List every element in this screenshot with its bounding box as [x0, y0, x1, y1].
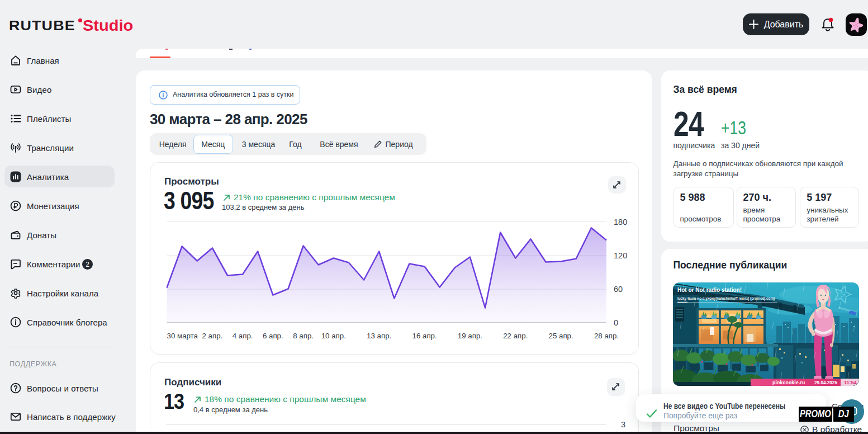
svg-text:25 апр.: 25 апр. — [549, 332, 573, 340]
svg-text:lucky-laura-но я ухожу(kalashn: lucky-laura-но я ухожу(kalashnikoff remi… — [677, 296, 775, 301]
svg-text:Hot or Not radio station!: Hot or Not radio station! — [677, 287, 742, 293]
svg-text:120: 120 — [614, 251, 627, 260]
svg-text:22 апр.: 22 апр. — [503, 332, 528, 340]
svg-text:3: 3 — [621, 420, 625, 429]
svg-text:6 апр.: 6 апр. — [263, 332, 283, 340]
svg-text:60: 60 — [614, 285, 623, 294]
svg-text:8 апр.: 8 апр. — [293, 332, 314, 340]
svg-text:13 апр.: 13 апр. — [367, 332, 391, 340]
svg-text:16 апр.: 16 апр. — [412, 332, 437, 340]
svg-text:11:54: 11:54 — [844, 380, 857, 385]
svg-text:180: 180 — [614, 218, 627, 227]
svg-text:4 апр.: 4 апр. — [233, 332, 253, 340]
svg-text:2 апр.: 2 апр. — [202, 332, 223, 340]
svg-text:10 апр.: 10 апр. — [321, 332, 346, 340]
svg-text:0: 0 — [614, 318, 618, 327]
svg-text:pinkcookie.ru: pinkcookie.ru — [772, 380, 805, 385]
svg-text:19 апр.: 19 апр. — [458, 332, 482, 340]
svg-text:29.04.2025: 29.04.2025 — [814, 380, 837, 385]
svg-text:28 апр.: 28 апр. — [594, 332, 619, 340]
svg-text:30 марта: 30 марта — [167, 332, 198, 340]
